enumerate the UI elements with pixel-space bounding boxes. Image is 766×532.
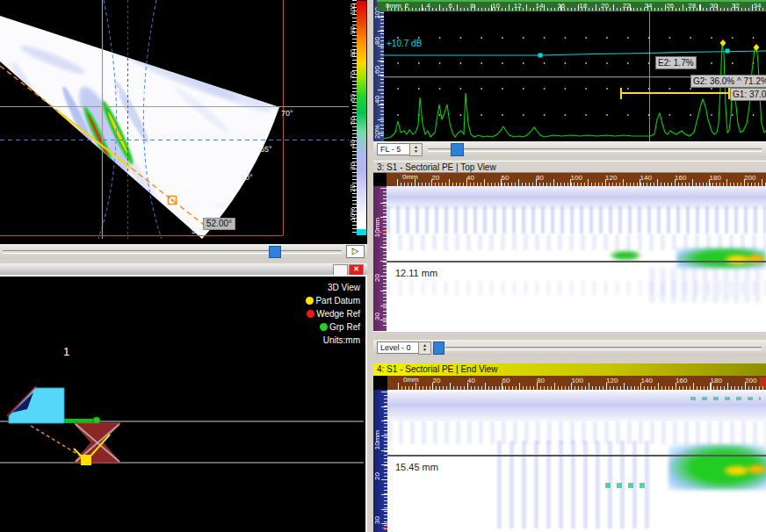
colorbar-label: 60 bbox=[350, 94, 357, 102]
view3d-titlebar[interactable]: ✕ bbox=[0, 263, 367, 276]
amplitude-label: 40 bbox=[374, 96, 381, 104]
colorbar-label: 50 bbox=[350, 117, 357, 125]
focal-law-scrollbar-row: FL - 5 ▲▼ bbox=[373, 141, 766, 158]
ruler-tick-label: 200 bbox=[744, 174, 755, 182]
amplitude-label: 80 bbox=[374, 37, 381, 45]
ruler-tick-label: 20 bbox=[432, 174, 440, 182]
end-view-plot-area[interactable]: 15.45 mm bbox=[387, 390, 766, 532]
end-view-measurement: 15.45 mm bbox=[395, 462, 438, 472]
level-scrollbar-row: Level - 0 ▲▼ bbox=[373, 340, 766, 356]
ruler-tick-label: 120 bbox=[605, 174, 617, 182]
depth-label: 30 bbox=[374, 313, 381, 320]
ruler-tick-label: 200 bbox=[745, 377, 756, 385]
sscan-scrollbar[interactable]: ▷ bbox=[0, 244, 367, 259]
ruler-tick-label: 120 bbox=[606, 377, 618, 385]
tcg-gain-label: +10.7 dB bbox=[387, 39, 422, 48]
end-view-depth-ruler: 10mm2030 bbox=[373, 390, 387, 532]
grp-ref-dot-icon bbox=[320, 323, 328, 331]
depth-label: 10mm bbox=[374, 430, 381, 449]
ruler-tick-label: 180 bbox=[710, 174, 721, 182]
ruler-tick-label: 34 bbox=[754, 2, 762, 10]
top-view-cursor[interactable] bbox=[387, 261, 766, 262]
flaw-indication bbox=[676, 248, 766, 269]
ruler-tick-label: 80 bbox=[536, 174, 544, 182]
ruler-zero-label: 0mm bbox=[386, 2, 401, 10]
colorbar-label: 100 bbox=[350, 4, 357, 15]
ruler-tick-label: 12 bbox=[514, 2, 522, 10]
end-view-title[interactable]: 4: S1 - Sectorial PE | End View bbox=[373, 363, 766, 376]
legend-wedge-ref: Wedge Ref bbox=[306, 307, 360, 320]
depth-label: 30 bbox=[374, 516, 381, 524]
ruler-tick-label: 40 bbox=[466, 174, 474, 182]
part-datum-dot-icon bbox=[306, 297, 314, 305]
legend-title: 3D View bbox=[306, 281, 360, 294]
legend-units: Units:mm bbox=[306, 334, 360, 347]
group-index-label: 1 bbox=[63, 345, 69, 358]
ruler-tick-label: 80 bbox=[537, 377, 545, 385]
top-view-scan-ruler: 0mm 20406080100120140160180200 bbox=[387, 173, 766, 186]
ruler-tick-label: 26 bbox=[666, 2, 674, 10]
top-view-plot-area[interactable]: 12.11 mm bbox=[387, 186, 766, 331]
ruler-tick-label: 4 bbox=[427, 2, 430, 10]
ruler-tick-label: 100 bbox=[571, 174, 582, 182]
e2-measurement-box: E2: 1.7% bbox=[655, 56, 697, 69]
amplitude-label: 20% bbox=[374, 125, 381, 139]
ruler-tick-label: 30 bbox=[710, 2, 718, 10]
depth-label: 20 bbox=[374, 472, 381, 480]
sscan-view[interactable]: E1: 5.7% A1: 1.8% 52.00° 70°65°60°55°50°… bbox=[0, 0, 367, 244]
legend-grp-ref: Grp Ref bbox=[306, 320, 360, 334]
ruler-tick-label: 32 bbox=[732, 2, 740, 10]
end-view-cursor[interactable] bbox=[387, 455, 766, 457]
ruler-tick-label: 40 bbox=[467, 377, 475, 385]
level-spinner[interactable]: Level - 0 bbox=[377, 341, 419, 354]
flaw-indication bbox=[668, 444, 766, 490]
ascan-plot-area[interactable]: +10.7 dB E2: 1.7% G2: 36.0% ^ 71.2% G1: … bbox=[384, 11, 766, 142]
colorbar-gradient bbox=[357, 1, 366, 230]
colorbar-label: 10% bbox=[350, 207, 357, 221]
angle-label: 70° bbox=[281, 109, 293, 118]
sscan-scrollbar-thumb[interactable] bbox=[269, 246, 281, 258]
ruler-tick-label: 160 bbox=[676, 377, 687, 385]
beam-angle-readout: 52.00° bbox=[203, 218, 235, 230]
play-button[interactable]: ▷ bbox=[346, 245, 365, 258]
ruler-tick-label: 160 bbox=[675, 174, 686, 182]
probe-ref-line bbox=[64, 419, 97, 423]
g2-measurement-box: G2: 36.0% ^ 71.2% bbox=[690, 75, 766, 88]
legend-part-datum: Part Datum bbox=[306, 294, 360, 307]
ascan-amplitude-ruler: 10080604020% bbox=[373, 0, 384, 141]
ruler-tick-label: 24 bbox=[645, 2, 653, 10]
ruler-tick-label: 100 bbox=[572, 377, 583, 385]
ruler-tick-label: 180 bbox=[711, 377, 722, 385]
ruler-tick-label: 8 bbox=[470, 2, 473, 10]
angle-label: 50° bbox=[192, 226, 204, 235]
ruler-tick-label: 20 bbox=[433, 377, 441, 385]
amplitude-colorbar: 100908070605040302010% bbox=[350, 0, 367, 237]
ruler-corner bbox=[373, 376, 387, 390]
angle-label: 55° bbox=[215, 201, 228, 210]
focal-law-spin-arrows[interactable]: ▲▼ bbox=[409, 143, 423, 156]
ruler-tick-label: 20 bbox=[601, 2, 609, 10]
ruler-tick-label: 60 bbox=[502, 377, 510, 385]
a1-measurement-label: A1: 1.8% bbox=[184, 180, 220, 190]
depth-label: 20 bbox=[374, 274, 381, 282]
focal-law-thumb[interactable] bbox=[451, 143, 464, 156]
ruler-corner bbox=[373, 173, 387, 186]
ruler-tick-label: 10 bbox=[492, 2, 500, 10]
view3d-legend: 3D View Part Datum Wedge Ref Grp Ref Uni… bbox=[306, 281, 360, 347]
ruler-tick-label: 6 bbox=[448, 2, 452, 10]
colorbar-label: 70 bbox=[350, 71, 357, 79]
colorbar-label: 90 bbox=[350, 26, 357, 34]
level-spin-arrows[interactable]: ▲▼ bbox=[418, 341, 431, 355]
angle-label: 60° bbox=[241, 173, 253, 182]
application-window: E1: 5.7% A1: 1.8% 52.00° 70°65°60°55°50°… bbox=[0, 0, 766, 532]
peak-marker-icon bbox=[720, 40, 726, 47]
view3d-viewport[interactable]: 3D View Part Datum Wedge Ref Grp Ref Uni… bbox=[0, 275, 367, 532]
focal-law-spinner[interactable]: FL - 5 bbox=[377, 143, 410, 155]
level-thumb[interactable] bbox=[433, 341, 444, 355]
top-view-index-ruler: 10mm2030 bbox=[373, 186, 387, 331]
ruler-tick-label: 18 bbox=[579, 2, 587, 10]
ruler-cursor-mark bbox=[760, 377, 766, 388]
top-view-measurement: 12.11 mm bbox=[395, 268, 437, 278]
top-view-title[interactable]: 3: S1 - Sectorial PE | Top View bbox=[373, 161, 766, 173]
colorbar-label: 20 bbox=[350, 184, 357, 192]
